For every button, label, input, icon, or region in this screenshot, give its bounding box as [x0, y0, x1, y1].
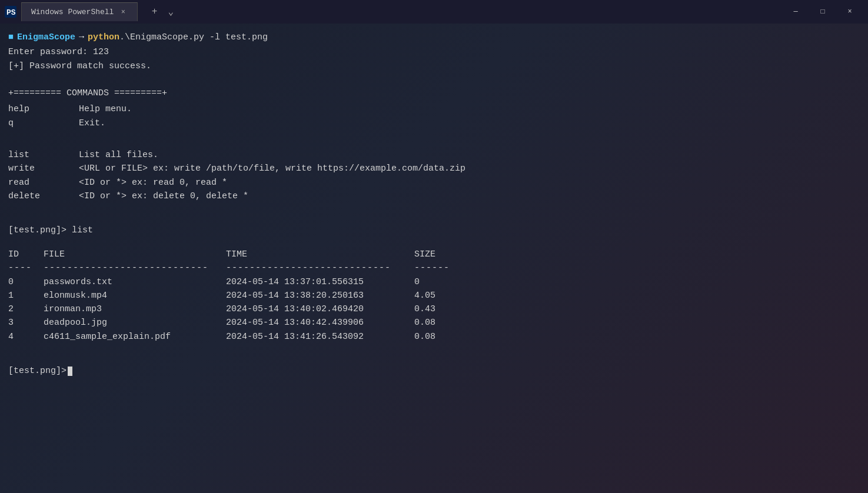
row-4-size: 0.08: [414, 330, 461, 344]
row-2-size: 0.43: [414, 302, 461, 316]
cmd-row-delete: delete <ID or *> ex: delete 0, delete *: [8, 189, 860, 203]
sep-size: ------: [414, 261, 461, 275]
python-keyword: python: [88, 31, 119, 44]
titlebar-right: ─ □ ×: [782, 0, 863, 24]
cmd-name-read: read: [8, 176, 79, 189]
empty-line-1: [8, 73, 860, 86]
empty-line-5: [8, 346, 860, 359]
cmd-name-list: list: [8, 148, 79, 162]
cmd-name-q: q: [8, 116, 79, 130]
prompt-icon: ■: [8, 31, 14, 44]
password-success-line: [+] Password match success.: [8, 59, 860, 73]
command-prompt-line: ■ EnigmaScope → python .\EnigmaScope.py …: [8, 31, 860, 44]
table-row: 1 elonmusk.mp4 2024-05-14 13:38:20.25016…: [8, 289, 860, 302]
cmd-name-write: write: [8, 162, 79, 175]
row-2-id: 2: [8, 302, 44, 316]
cmd-row-read: read <ID or *> ex: read 0, read *: [8, 176, 860, 189]
tab-controls: + ⌄: [147, 5, 178, 19]
tab-close-button[interactable]: ×: [118, 8, 128, 17]
row-1-size: 4.05: [414, 289, 461, 302]
empty-line-4: [8, 241, 860, 246]
commands-table: help Help menu. q Exit.: [8, 102, 860, 130]
table-row: 3 deadpool.jpg 2024-05-14 13:40:42.43990…: [8, 316, 860, 329]
sep-file: ----------------------------: [44, 261, 226, 275]
row-3-file: deadpool.jpg: [44, 316, 226, 329]
cursor: [68, 367, 72, 376]
tab-label: Windows PowerShell: [31, 8, 114, 16]
powershell-logo: PS: [5, 6, 16, 18]
col-header-id: ID: [8, 248, 44, 261]
row-0-size: 0: [414, 275, 461, 289]
col-header-time: TIME: [226, 248, 414, 261]
prompt-directory: EnigmaScope: [17, 31, 75, 44]
svg-text:PS: PS: [6, 8, 16, 17]
row-4-file: c4611_sample_explain.pdf: [44, 330, 226, 344]
row-3-time: 2024-05-14 13:40:42.439906: [226, 316, 414, 329]
cmd-row-write: write <URL or FILE> ex: write /path/to/f…: [8, 162, 860, 175]
row-2-file: ironman.mp3: [44, 302, 226, 316]
list-table-separator: ---- ---------------------------- ------…: [8, 261, 860, 275]
row-0-time: 2024-05-14 13:37:01.556315: [226, 275, 414, 289]
file-list-table: ID FILE TIME SIZE ---- -----------------…: [8, 248, 860, 344]
row-4-id: 4: [8, 330, 44, 344]
table-row: 4 c4611_sample_explain.pdf 2024-05-14 13…: [8, 330, 860, 344]
table-row: 0 passwords.txt 2024-05-14 13:37:01.5563…: [8, 275, 860, 289]
row-3-size: 0.08: [414, 316, 461, 329]
powershell-tab[interactable]: Windows PowerShell ×: [21, 2, 138, 21]
row-1-time: 2024-05-14 13:38:20.250163: [226, 289, 414, 302]
commands-header: +========= COMMANDS =========+: [8, 86, 860, 100]
table-row: 2 ironman.mp3 2024-05-14 13:40:02.469420…: [8, 302, 860, 316]
col-header-file: FILE: [44, 248, 226, 261]
row-2-time: 2024-05-14 13:40:02.469420: [226, 302, 414, 316]
maximize-button[interactable]: □: [809, 0, 836, 24]
cmd-desc-delete: <ID or *> ex: delete 0, delete *: [79, 189, 248, 203]
row-3-id: 3: [8, 316, 44, 329]
cmd-row-list: list List all files.: [8, 148, 860, 162]
empty-line-2: [8, 132, 860, 146]
sep-time: ----------------------------: [226, 261, 414, 275]
password-prompt-line: Enter password: 123: [8, 45, 860, 59]
cmd-desc-read: <ID or *> ex: read 0, read *: [79, 176, 227, 189]
final-prompt-line: [test.png]>: [8, 364, 860, 378]
cmd-desc-q: Exit.: [79, 116, 105, 130]
minimize-button[interactable]: ─: [782, 0, 809, 24]
commands-table-2: list List all files. write <URL or FILE>…: [8, 148, 860, 203]
new-tab-button[interactable]: +: [147, 5, 161, 19]
col-header-size: SIZE: [414, 248, 461, 261]
cmd-name-delete: delete: [8, 189, 79, 203]
cmd-row-help: help Help menu.: [8, 102, 860, 116]
close-button[interactable]: ×: [836, 0, 863, 24]
titlebar-left: PS Windows PowerShell × + ⌄: [5, 2, 782, 21]
empty-line-3: [8, 205, 860, 219]
row-0-id: 0: [8, 275, 44, 289]
cmd-desc-help: Help menu.: [79, 102, 132, 116]
tab-dropdown-button[interactable]: ⌄: [164, 5, 178, 19]
prompt-arrow: →: [79, 31, 84, 44]
row-4-time: 2024-05-14 13:41:26.543092: [226, 330, 414, 344]
cmd-desc-list: List all files.: [79, 148, 158, 162]
cmd-name-help: help: [8, 102, 79, 116]
row-1-id: 1: [8, 289, 44, 302]
command-arguments: .\EnigmaScope.py -l test.png: [119, 31, 268, 44]
row-0-file: passwords.txt: [44, 275, 226, 289]
list-command-line: [test.png]> list: [8, 224, 860, 237]
terminal-body[interactable]: ■ EnigmaScope → python .\EnigmaScope.py …: [0, 24, 868, 493]
sep-id: ----: [8, 261, 44, 275]
list-table-header: ID FILE TIME SIZE: [8, 248, 860, 261]
titlebar: PS Windows PowerShell × + ⌄ ─ □ ×: [0, 0, 868, 24]
cmd-row-q: q Exit.: [8, 116, 860, 130]
cmd-desc-write: <URL or FILE> ex: write /path/to/file, w…: [79, 162, 465, 175]
row-1-file: elonmusk.mp4: [44, 289, 226, 302]
final-prompt-text: [test.png]>: [8, 364, 66, 378]
